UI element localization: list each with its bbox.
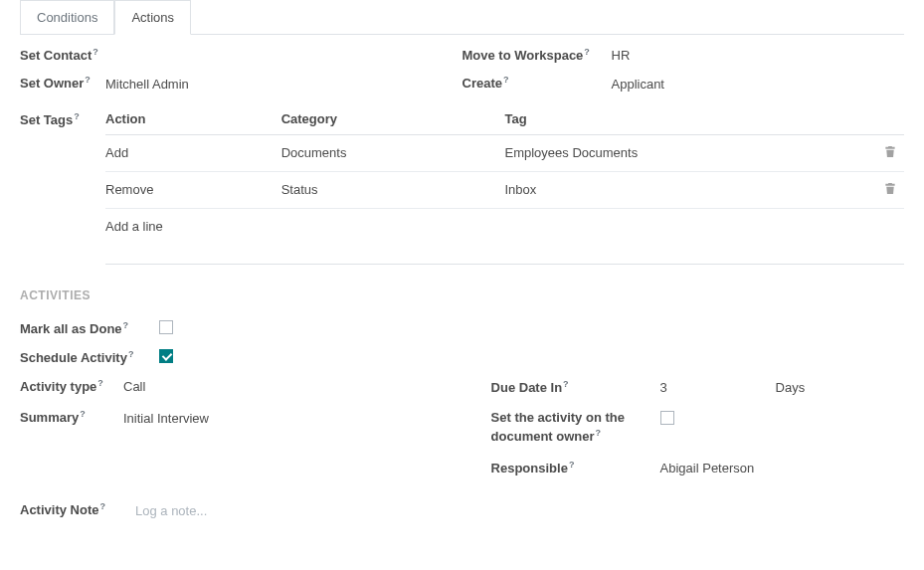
add-line-button[interactable]: Add a line	[105, 208, 904, 244]
cell-category[interactable]: Status	[281, 171, 505, 208]
set-activity-owner-checkbox[interactable]	[660, 411, 674, 425]
help-icon[interactable]: ?	[569, 460, 575, 470]
help-icon[interactable]: ?	[128, 349, 134, 359]
summary-label: Summary?	[20, 409, 123, 425]
create-label: Create?	[462, 75, 612, 91]
help-icon[interactable]: ?	[80, 409, 86, 419]
delete-row-button[interactable]	[874, 171, 904, 208]
create-value[interactable]: Applicant	[612, 77, 664, 92]
mark-all-done-label: Mark all as Done?	[20, 320, 159, 336]
col-category: Category	[281, 103, 505, 135]
help-icon[interactable]: ?	[99, 501, 105, 511]
table-row[interactable]: Remove Status Inbox	[105, 171, 904, 208]
activity-type-label: Activity type?	[20, 378, 123, 394]
activity-note-label: Activity Note?	[20, 501, 135, 517]
responsible-label: Responsible?	[491, 459, 660, 478]
help-icon[interactable]: ?	[85, 75, 91, 85]
set-owner-label: Set Owner?	[20, 75, 105, 91]
cell-action[interactable]: Remove	[105, 171, 281, 208]
table-row[interactable]: Add Documents Employees Documents	[105, 134, 904, 171]
cell-tag[interactable]: Inbox	[504, 171, 874, 208]
activities-header: ACTIVITIES	[20, 288, 904, 302]
activity-note-input[interactable]: Log a note...	[135, 503, 207, 518]
move-workspace-label: Move to Workspace?	[462, 47, 612, 63]
col-tag: Tag	[504, 103, 874, 135]
tab-conditions[interactable]: Conditions	[20, 0, 114, 34]
due-date-unit[interactable]: Days	[776, 380, 806, 395]
cell-category[interactable]: Documents	[281, 134, 505, 171]
help-icon[interactable]: ?	[584, 47, 590, 57]
cell-action[interactable]: Add	[105, 134, 281, 171]
due-date-label: Due Date In?	[491, 378, 660, 398]
delete-row-button[interactable]	[874, 134, 904, 171]
cell-tag[interactable]: Employees Documents	[504, 134, 874, 171]
tab-bar: Conditions Actions	[20, 0, 904, 35]
help-icon[interactable]: ?	[563, 379, 569, 389]
col-action: Action	[105, 103, 281, 135]
help-icon[interactable]: ?	[596, 428, 602, 438]
schedule-activity-checkbox[interactable]	[159, 349, 173, 363]
move-workspace-value[interactable]: HR	[612, 48, 631, 63]
set-contact-label: Set Contact?	[20, 47, 105, 63]
set-owner-value[interactable]: Mitchell Admin	[105, 77, 189, 92]
summary-value[interactable]: Initial Interview	[123, 411, 209, 426]
tags-table: Action Category Tag Add Documents Employ…	[105, 103, 904, 244]
responsible-value[interactable]: Abigail Peterson	[660, 461, 755, 475]
help-icon[interactable]: ?	[92, 47, 98, 57]
mark-all-done-checkbox[interactable]	[159, 320, 173, 334]
trash-icon	[884, 182, 896, 195]
help-icon[interactable]: ?	[123, 320, 129, 330]
schedule-activity-label: Schedule Activity?	[20, 349, 159, 365]
trash-icon	[884, 145, 896, 158]
help-icon[interactable]: ?	[97, 378, 103, 388]
activity-type-value[interactable]: Call	[123, 379, 145, 394]
set-activity-owner-label: Set the activity on the document owner?	[491, 409, 660, 447]
help-icon[interactable]: ?	[74, 111, 80, 121]
due-date-value[interactable]: 3	[660, 380, 776, 395]
help-icon[interactable]: ?	[503, 75, 509, 85]
set-tags-label: Set Tags?	[20, 103, 105, 127]
tab-actions[interactable]: Actions	[114, 0, 191, 35]
